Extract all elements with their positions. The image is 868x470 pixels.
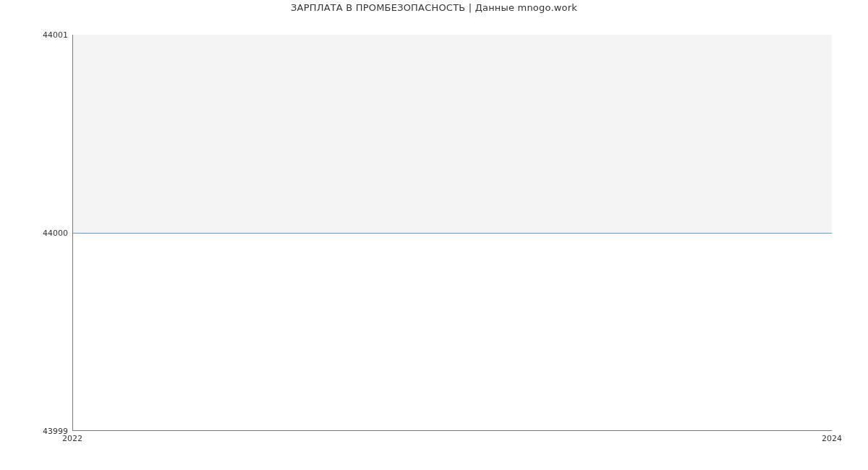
x-tick-label: 2022 <box>62 434 82 443</box>
y-tick-label: 44001 <box>43 30 68 40</box>
y-tick-label: 44000 <box>43 228 68 238</box>
chart-title: ЗАРПЛАТА В ПРОМБЕЗОПАСНОСТЬ | Данные mno… <box>0 2 868 13</box>
plot-area <box>72 35 832 431</box>
data-line <box>73 233 832 234</box>
grid-band <box>73 35 832 233</box>
x-tick-label: 2024 <box>822 434 842 443</box>
salary-chart: ЗАРПЛАТА В ПРОМБЕЗОПАСНОСТЬ | Данные mno… <box>0 0 868 470</box>
